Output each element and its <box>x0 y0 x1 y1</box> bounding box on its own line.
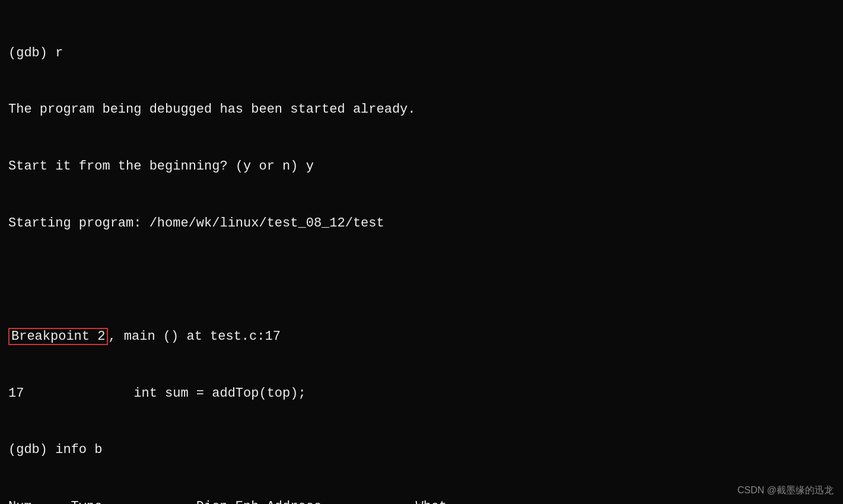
line-7: 17 int sum = addTop(top); <box>8 384 835 403</box>
line-4: Starting program: /home/wk/linux/test_08… <box>8 214 835 233</box>
breakpoint2-label: Breakpoint 2 <box>8 328 108 345</box>
line-6: Breakpoint 2, main () at test.c:17 <box>8 327 835 346</box>
line-8: (gdb) info b <box>8 441 835 460</box>
line-1: (gdb) r <box>8 44 835 63</box>
line-3: Start it from the beginning? (y or n) y <box>8 157 835 176</box>
line-5 <box>8 270 835 289</box>
line-9: Num Type Disp Enb Address What <box>8 497 835 504</box>
line-2: The program being debugged has been star… <box>8 100 835 119</box>
watermark: CSDN @截墨缘的迅龙 <box>737 483 834 497</box>
terminal: (gdb) r The program being debugged has b… <box>8 6 835 504</box>
